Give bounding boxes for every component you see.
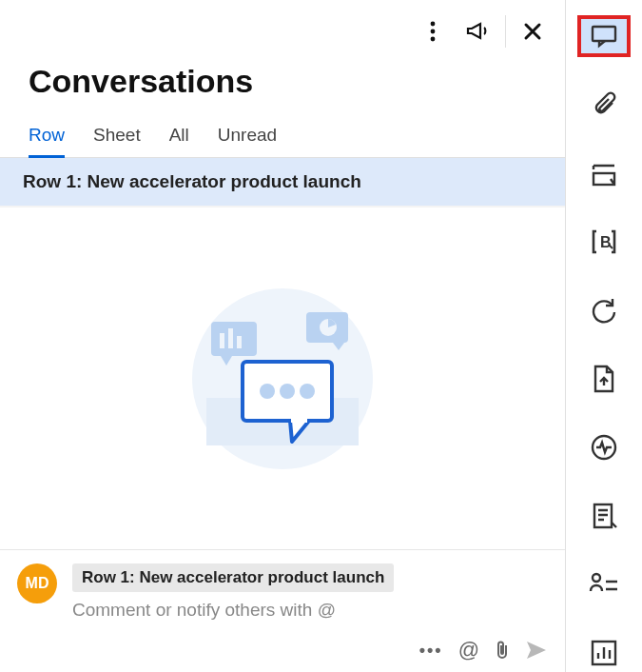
tab-row[interactable]: Row: [29, 119, 65, 158]
more-options-button[interactable]: •••: [419, 641, 443, 661]
upload-file-icon: [592, 365, 616, 393]
comments-icon: [590, 24, 618, 49]
activity-icon: [590, 433, 618, 462]
rail-refresh-button[interactable]: [579, 291, 629, 329]
svg-point-15: [300, 384, 315, 399]
svg-point-14: [280, 384, 295, 399]
mention-button[interactable]: @: [458, 638, 479, 662]
people-icon: [589, 572, 619, 597]
format-icon: [590, 160, 618, 187]
conversations-panel: Conversations Row Sheet All Unread Row 1…: [0, 0, 566, 672]
tab-sheet[interactable]: Sheet: [93, 119, 141, 158]
svg-rect-6: [220, 333, 224, 348]
refresh-icon: [590, 296, 618, 325]
rail-people-button[interactable]: [579, 565, 629, 603]
panel-title: Conversations: [0, 53, 565, 119]
more-menu-button[interactable]: [414, 12, 452, 50]
empty-comments-illustration: [178, 274, 387, 484]
svg-point-1: [431, 30, 436, 34]
rail-attachments-button[interactable]: [579, 86, 629, 124]
svg-point-21: [593, 574, 600, 582]
rail-activity-button[interactable]: [579, 428, 629, 466]
close-icon: [523, 22, 542, 41]
comment-composer: MD Row 1: New accelerator product launch…: [0, 549, 565, 672]
svg-point-0: [431, 22, 436, 27]
svg-rect-5: [211, 322, 257, 356]
rail-format-button[interactable]: [579, 154, 629, 192]
conversation-tabs: Row Sheet All Unread: [0, 119, 565, 158]
comment-input[interactable]: Comment or notify others with @: [72, 592, 548, 621]
rail-sheet-summary-button[interactable]: [579, 497, 629, 535]
rail-chart-button[interactable]: [579, 634, 629, 672]
rail-brackets-b-button[interactable]: B: [579, 223, 629, 261]
paperclip-icon: [495, 640, 510, 661]
tab-all[interactable]: All: [169, 119, 189, 158]
kebab-icon: [430, 21, 436, 42]
composer-actions: ••• @: [17, 621, 548, 662]
attachments-icon: [590, 90, 618, 119]
panel-toolbar: [0, 0, 565, 53]
send-button[interactable]: [525, 640, 548, 661]
chart-icon: [590, 639, 618, 667]
close-button[interactable]: [514, 12, 552, 50]
brackets-b-icon: B: [590, 227, 618, 256]
rail-comments-button[interactable]: [579, 17, 629, 55]
svg-rect-12: [291, 417, 307, 423]
svg-rect-16: [593, 27, 615, 41]
attach-button[interactable]: [495, 640, 510, 661]
announce-button[interactable]: [459, 12, 497, 50]
megaphone-icon: [465, 20, 492, 43]
composer-context-chip[interactable]: Row 1: New accelerator product launch: [72, 563, 394, 592]
tab-unread[interactable]: Unread: [218, 119, 277, 158]
svg-point-2: [431, 37, 436, 42]
svg-text:B: B: [600, 234, 612, 250]
svg-rect-7: [228, 328, 233, 348]
sheet-summary-icon: [590, 502, 618, 530]
selected-row-banner[interactable]: Row 1: New accelerator product launch: [0, 158, 565, 208]
send-icon: [525, 640, 548, 661]
avatar: MD: [17, 563, 57, 603]
side-rail: B: [566, 0, 642, 672]
rail-upload-file-button[interactable]: [579, 360, 629, 398]
svg-rect-8: [237, 336, 242, 348]
empty-state: [0, 208, 565, 549]
toolbar-divider: [505, 15, 506, 48]
svg-point-13: [260, 384, 275, 399]
